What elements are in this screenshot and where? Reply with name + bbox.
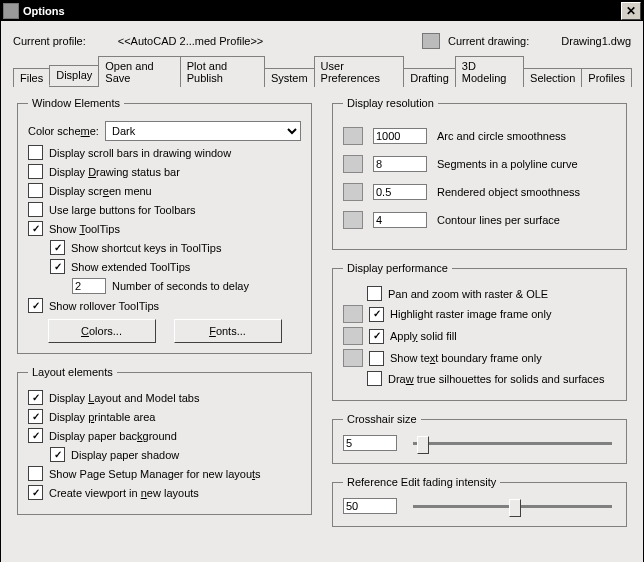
group-display-performance-legend: Display performance <box>343 262 452 274</box>
current-profile-value: <<AutoCAD 2...med Profile>> <box>118 35 264 47</box>
group-window-elements-legend: Window Elements <box>28 97 124 109</box>
current-profile-label: Current profile: <box>13 35 86 47</box>
group-layout-elements: Layout elements Display Layout and Model… <box>17 366 312 515</box>
drawing-icon <box>422 33 440 49</box>
lbl-arc-smoothness: Arc and circle smoothness <box>437 130 566 142</box>
tab-user-preferences[interactable]: User Preferences <box>314 56 405 87</box>
lbl-show-tooltips: Show ToolTips <box>49 223 120 235</box>
group-layout-elements-legend: Layout elements <box>28 366 117 378</box>
lbl-drawing-status: Display Drawing status bar <box>49 166 180 178</box>
lbl-true-silhouettes: Draw true silhouettes for solids and sur… <box>388 373 604 385</box>
crosshair-size-input[interactable] <box>343 435 397 451</box>
chk-text-boundary[interactable] <box>369 351 384 366</box>
lbl-shortcut-keys: Show shortcut keys in ToolTips <box>71 242 221 254</box>
window-title: Options <box>23 5 65 17</box>
res-icon-rendered <box>343 183 363 201</box>
res-icon-arc <box>343 127 363 145</box>
perf-icon-3 <box>343 349 363 367</box>
contour-lines-input[interactable] <box>373 212 427 228</box>
perf-icon-2 <box>343 327 363 345</box>
lbl-rollover-tooltips: Show rollover ToolTips <box>49 300 159 312</box>
lbl-rendered-smoothness: Rendered object smoothness <box>437 186 580 198</box>
chk-page-setup-mgr[interactable] <box>28 466 43 481</box>
tab-plot-and-publish[interactable]: Plot and Publish <box>180 56 265 87</box>
tab-selection[interactable]: Selection <box>523 68 582 87</box>
ref-edit-slider-thumb[interactable] <box>509 499 521 517</box>
delay-input[interactable] <box>72 278 106 294</box>
lbl-layout-model-tabs: Display Layout and Model tabs <box>49 392 199 404</box>
chk-highlight-raster[interactable] <box>369 307 384 322</box>
current-drawing-value: Drawing1.dwg <box>561 35 631 47</box>
chk-layout-model-tabs[interactable] <box>28 390 43 405</box>
lbl-page-setup-mgr: Show Page Setup Manager for new layouts <box>49 468 261 480</box>
chk-drawing-status[interactable] <box>28 164 43 179</box>
chk-shortcut-keys[interactable] <box>50 240 65 255</box>
chk-large-buttons[interactable] <box>28 202 43 217</box>
tab-display[interactable]: Display <box>49 65 99 86</box>
group-ref-edit-fading: Reference Edit fading intensity <box>332 476 627 527</box>
tab-files[interactable]: Files <box>13 68 50 87</box>
ref-edit-slider[interactable] <box>413 505 612 508</box>
crosshair-slider[interactable] <box>413 442 612 445</box>
rendered-smoothness-input[interactable] <box>373 184 427 200</box>
dialog-footer: OK Cancel Apply Help <box>1 549 643 562</box>
arc-smoothness-input[interactable] <box>373 128 427 144</box>
lbl-extended-tooltips: Show extended ToolTips <box>71 261 190 273</box>
chk-paper-shadow[interactable] <box>50 447 65 462</box>
close-button[interactable]: ✕ <box>621 2 641 20</box>
chk-scrollbars[interactable] <box>28 145 43 160</box>
lbl-scrollbars: Display scroll bars in drawing window <box>49 147 231 159</box>
group-crosshair-size: Crosshair size <box>332 413 627 464</box>
lbl-pan-zoom-raster: Pan and zoom with raster & OLE <box>388 288 548 300</box>
group-display-performance: Display performance Pan and zoom with ra… <box>332 262 627 401</box>
chk-extended-tooltips[interactable] <box>50 259 65 274</box>
lbl-paper-background: Display paper background <box>49 430 177 442</box>
titlebar: Options ✕ <box>1 1 643 21</box>
tab-system[interactable]: System <box>264 68 315 87</box>
chk-printable-area[interactable] <box>28 409 43 424</box>
tab-open-and-save[interactable]: Open and Save <box>98 56 180 87</box>
lbl-text-boundary: Show text boundary frame only <box>390 352 542 364</box>
options-dialog: Options ✕ Current profile: <<AutoCAD 2..… <box>0 0 644 562</box>
chk-true-silhouettes[interactable] <box>367 371 382 386</box>
res-icon-contour <box>343 211 363 229</box>
lbl-highlight-raster: Highlight raster image frame only <box>390 308 551 320</box>
group-display-resolution-legend: Display resolution <box>343 97 438 109</box>
group-crosshair-legend: Crosshair size <box>343 413 421 425</box>
group-display-resolution: Display resolution Arc and circle smooth… <box>332 97 627 250</box>
lbl-large-buttons: Use large buttons for Toolbars <box>49 204 196 216</box>
chk-pan-zoom-raster[interactable] <box>367 286 382 301</box>
fonts-button[interactable]: Fonts... <box>174 319 282 343</box>
tab-profiles[interactable]: Profiles <box>581 68 632 87</box>
group-ref-edit-legend: Reference Edit fading intensity <box>343 476 500 488</box>
chk-apply-solid-fill[interactable] <box>369 329 384 344</box>
lbl-polyline-segments: Segments in a polyline curve <box>437 158 578 170</box>
chk-paper-background[interactable] <box>28 428 43 443</box>
lbl-apply-solid-fill: Apply solid fill <box>390 330 457 342</box>
lbl-delay: Number of seconds to delay <box>112 280 249 292</box>
polyline-segments-input[interactable] <box>373 156 427 172</box>
profile-row: Current profile: <<AutoCAD 2...med Profi… <box>13 33 631 49</box>
lbl-paper-shadow: Display paper shadow <box>71 449 179 461</box>
tab-drafting[interactable]: Drafting <box>403 68 456 87</box>
color-scheme-select[interactable]: Dark <box>105 121 301 141</box>
lbl-create-viewport: Create viewport in new layouts <box>49 487 199 499</box>
current-drawing-label: Current drawing: <box>448 35 529 47</box>
perf-icon-1 <box>343 305 363 323</box>
lbl-contour-lines: Contour lines per surface <box>437 214 560 226</box>
chk-screen-menu[interactable] <box>28 183 43 198</box>
tab-3d-modeling[interactable]: 3D Modeling <box>455 56 524 87</box>
ref-edit-input[interactable] <box>343 498 397 514</box>
lbl-screen-menu: Display screen menu <box>49 185 152 197</box>
res-icon-segments <box>343 155 363 173</box>
chk-show-tooltips[interactable] <box>28 221 43 236</box>
app-icon <box>3 3 19 19</box>
chk-create-viewport[interactable] <box>28 485 43 500</box>
chk-rollover-tooltips[interactable] <box>28 298 43 313</box>
group-window-elements: Window Elements Color scheme: Dark Displ… <box>17 97 312 354</box>
crosshair-slider-thumb[interactable] <box>417 436 429 454</box>
lbl-printable-area: Display printable area <box>49 411 155 423</box>
tab-strip: Files Display Open and Save Plot and Pub… <box>13 55 631 87</box>
colors-button[interactable]: Colors... <box>48 319 156 343</box>
color-scheme-label: Color scheme: <box>28 125 99 137</box>
